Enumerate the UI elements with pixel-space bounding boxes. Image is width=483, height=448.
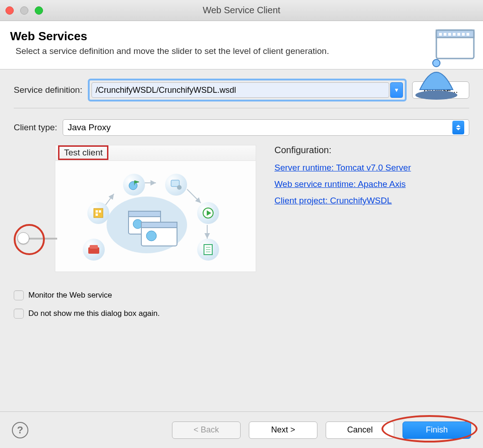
service-definition-combo[interactable]: ▼: [88, 79, 407, 101]
finish-button[interactable]: Finish: [402, 421, 471, 439]
svg-rect-3: [444, 33, 446, 36]
monitor-checkbox[interactable]: [14, 290, 24, 300]
svg-point-35: [146, 231, 156, 241]
noshow-checkbox[interactable]: [14, 309, 24, 319]
slider-highlight-annotation: [14, 224, 45, 255]
back-button: < Back: [172, 421, 241, 439]
separator: [14, 108, 469, 108]
svg-point-24: [177, 185, 182, 190]
close-window-icon[interactable]: [5, 6, 14, 15]
minimize-window-icon: [20, 6, 28, 15]
web-service-bell-icon: [414, 27, 478, 101]
client-type-label: Client type:: [14, 123, 57, 133]
document-icon: [197, 239, 219, 261]
client-type-value: Java Proxy: [68, 123, 111, 133]
svg-rect-5: [453, 33, 456, 36]
client-stack-icon: [124, 207, 179, 248]
page-title: Web Services: [10, 29, 473, 43]
monitor-gear-icon: [165, 174, 187, 196]
svg-rect-2: [439, 33, 442, 36]
service-definition-input[interactable]: [91, 82, 389, 98]
svg-rect-4: [448, 33, 451, 36]
run-icon: [197, 202, 219, 224]
ws-runtime-link[interactable]: Web service runtime: Apache Axis: [274, 179, 469, 189]
svg-rect-31: [129, 211, 161, 217]
configuration-heading: Configuration:: [274, 145, 469, 155]
wsdl-file-icon: [83, 239, 105, 261]
svg-point-10: [433, 59, 440, 67]
select-stepper-icon[interactable]: [452, 121, 464, 134]
window-title: Web Service Client: [203, 5, 280, 16]
svg-rect-8: [467, 33, 469, 36]
diagram-area: Test client: [55, 145, 256, 272]
form-area: Service definition: ▼ Browse... Client t…: [0, 69, 483, 328]
svg-rect-20: [99, 210, 101, 213]
client-type-row: Client type: Java Proxy: [14, 119, 469, 136]
service-definition-row: Service definition: ▼ Browse...: [14, 79, 469, 101]
svg-rect-21: [96, 213, 98, 216]
chevron-down-icon[interactable]: ▼: [390, 82, 403, 98]
svg-rect-18: [94, 208, 103, 218]
svg-rect-19: [96, 210, 98, 213]
dialog-header: Web Services Select a service definition…: [0, 21, 483, 69]
svg-rect-7: [462, 33, 465, 36]
svg-rect-6: [457, 33, 460, 36]
svg-line-14: [187, 189, 201, 203]
service-definition-label: Service definition:: [14, 85, 82, 95]
svg-rect-34: [141, 222, 177, 228]
client-project-link[interactable]: Client project: CrunchifyWSDL: [274, 196, 469, 206]
mid-panel: Test client: [55, 145, 469, 272]
dialog-footer: ? < Back Next > Cancel Finish: [0, 411, 483, 448]
server-runtime-link[interactable]: Server runtime: Tomcat v7.0 Server: [274, 163, 469, 173]
noshow-checkbox-row[interactable]: Do not show me this dialog box again.: [14, 309, 469, 319]
svg-rect-17: [90, 245, 98, 249]
next-button[interactable]: Next >: [249, 421, 317, 439]
maximize-window-icon[interactable]: [35, 6, 43, 15]
test-client-badge: Test client: [58, 145, 108, 160]
titlebar: Web Service Client: [0, 0, 483, 21]
deploy-icon: [87, 202, 109, 224]
noshow-label: Do not show me this dialog box again.: [28, 309, 160, 318]
svg-point-9: [415, 91, 457, 100]
window-controls: [5, 6, 43, 15]
page-subtitle: Select a service definition and move the…: [10, 46, 473, 56]
cancel-button[interactable]: Cancel: [326, 421, 394, 439]
globe-flag-icon: [123, 174, 145, 196]
monitor-label: Monitor the Web service: [28, 291, 112, 300]
configuration-panel: Configuration: Server runtime: Tomcat v7…: [274, 145, 469, 272]
help-icon[interactable]: ?: [12, 422, 28, 438]
client-type-select[interactable]: Java Proxy: [63, 119, 469, 136]
monitor-checkbox-row[interactable]: Monitor the Web service: [14, 290, 469, 300]
